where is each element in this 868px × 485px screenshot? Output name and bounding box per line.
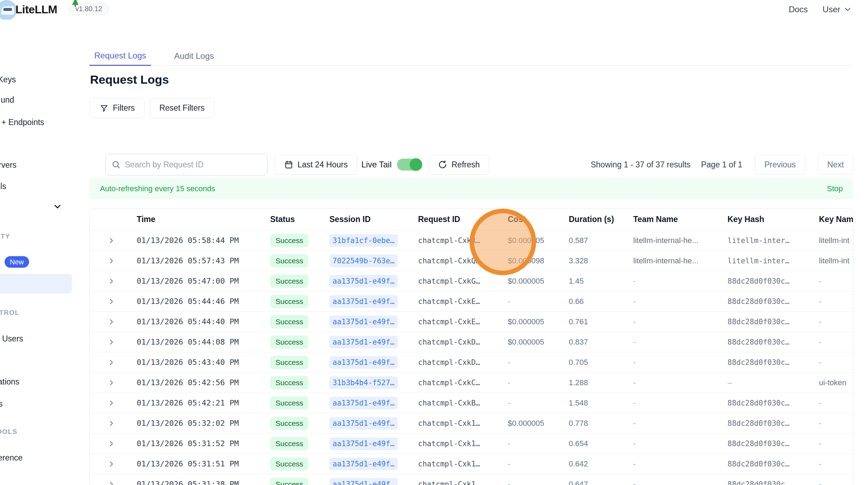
cell-key-name: - [819, 297, 853, 306]
session-id-link[interactable]: aa1375d1-e49f… [329, 356, 398, 369]
user-menu-label: User [822, 5, 840, 14]
cell-duration: 0.778 [569, 419, 633, 428]
cell-request-id: chatcmpl-CxkD… [418, 358, 508, 367]
cell-duration: 0.647 [569, 480, 633, 485]
expand-row-button[interactable] [90, 277, 137, 285]
column-cost: Cost [508, 215, 569, 224]
table-row: 01/13/2026 05:43:40 PM Success aa1375d1-… [90, 352, 853, 373]
sidebar-item[interactable]: Keys [0, 75, 16, 84]
column-time: Time [137, 215, 270, 224]
chevron-right-icon [107, 439, 116, 448]
stop-auto-refresh-link[interactable]: Stop [827, 184, 843, 193]
expand-row-button[interactable] [90, 379, 137, 387]
table-row: 01/13/2026 05:42:21 PM Success aa1375d1-… [90, 393, 853, 413]
status-badge: Success [270, 356, 308, 369]
table-row: 01/13/2026 05:58:44 PM Success 31bfa1cf-… [90, 230, 853, 251]
filters-button[interactable]: Filters [90, 98, 144, 118]
expand-row-button[interactable] [90, 480, 137, 485]
sidebar-item[interactable]: rvers [0, 160, 16, 170]
session-id-link[interactable]: 7022549b-763e… [329, 255, 398, 267]
search-input[interactable] [125, 160, 262, 169]
session-id-link[interactable]: 31bfa1cf-0ebe… [329, 234, 398, 247]
column-key-hash: Key Hash [727, 215, 819, 224]
cell-request-id: chatcmpl-Cxk1… [418, 460, 508, 468]
session-id-link[interactable]: aa1375d1-e49f… [329, 437, 398, 450]
tab-audit-logs[interactable]: Audit Logs [169, 47, 219, 65]
table-header-row: Time Status Session ID Request ID Cost D… [90, 209, 853, 230]
expand-row-button[interactable] [90, 439, 137, 448]
main-content: Request Logs Audit Logs Request Logs Fil… [89, 20, 853, 485]
cell-time: 01/13/2026 05:58:44 PM [137, 236, 270, 245]
session-id-link[interactable]: aa1375d1-e49f… [329, 316, 398, 328]
expand-row-button[interactable] [90, 236, 137, 245]
expand-row-button[interactable] [90, 460, 137, 468]
sidebar-item[interactable]: und [1, 95, 14, 105]
session-id-link[interactable]: aa1375d1-e49f… [329, 336, 398, 348]
cell-time: 01/13/2026 05:42:21 PM [137, 399, 270, 407]
expand-row-button[interactable] [90, 419, 137, 428]
cell-duration: 0.654 [569, 439, 633, 448]
cell-key-hash: 88dc28d0f030c… [727, 399, 819, 407]
refresh-button[interactable]: Refresh [429, 155, 489, 175]
sidebar-item[interactable]: Users [2, 334, 23, 344]
status-badge: Success [270, 396, 308, 410]
expand-row-button[interactable] [90, 338, 137, 346]
cell-time: 01/13/2026 05:31:38 PM [137, 480, 270, 485]
cell-request-id: chatcmpl-CxkQ… [418, 257, 508, 265]
sidebar-item-selected[interactable] [0, 274, 72, 293]
reset-filters-button[interactable]: Reset Filters [150, 98, 214, 118]
expand-row-button[interactable] [90, 318, 137, 326]
cell-key-name: - [819, 277, 853, 286]
cell-cost: $0.000005 [508, 236, 569, 245]
session-id-link[interactable]: aa1375d1-e49f… [329, 275, 398, 287]
expand-row-button[interactable] [90, 297, 137, 306]
refresh-label: Refresh [451, 160, 480, 169]
next-page-button[interactable]: Next [818, 155, 853, 174]
sidebar-item[interactable]: erence [0, 453, 22, 463]
cell-session-id: aa1375d1-e49f… [329, 356, 418, 369]
sidebar-item[interactable]: s [0, 399, 3, 409]
table-row: 01/13/2026 05:44:46 PM Success aa1375d1-… [90, 291, 853, 312]
live-tail-toggle[interactable] [397, 159, 422, 171]
filters-button-label: Filters [113, 103, 135, 113]
cell-duration: 0.761 [569, 317, 633, 326]
sidebar-collapse-chevron-icon[interactable] [53, 202, 62, 212]
search-request-id-box[interactable] [105, 154, 268, 175]
column-session-id: Session ID [329, 215, 418, 224]
time-range-label: Last 24 Hours [298, 160, 348, 169]
sidebar-item[interactable]: ils [0, 182, 6, 191]
status-badge: Success [270, 254, 308, 268]
expand-row-button[interactable] [90, 399, 137, 407]
cell-duration: 1.45 [569, 277, 633, 286]
session-id-link[interactable]: aa1375d1-e49f… [329, 478, 398, 485]
status-badge: Success [270, 478, 308, 485]
cell-cost: $0.000005 [508, 277, 569, 286]
cell-cost: - [508, 297, 569, 306]
time-range-button[interactable]: Last 24 Hours [275, 155, 357, 175]
previous-page-button[interactable]: Previous [755, 155, 805, 174]
user-menu[interactable]: User [822, 5, 852, 14]
session-id-link[interactable]: aa1375d1-e49f… [329, 397, 398, 409]
cell-key-hash: litellm-inter… [727, 257, 819, 265]
cell-request-id: chatcmpl-CxkR… [418, 236, 508, 245]
cell-cost: - [508, 439, 569, 448]
session-id-link[interactable]: aa1375d1-e49f… [329, 458, 398, 470]
cell-key-name: - [819, 439, 853, 448]
session-id-link[interactable]: aa1375d1-e49f… [329, 417, 398, 430]
sidebar-nav: Keysund+ EndpointsrversilsTYNewTROLUsers… [0, 20, 73, 485]
live-tail-label: Live Tail [361, 160, 391, 169]
docs-link[interactable]: Docs [789, 5, 808, 14]
expand-row-button[interactable] [90, 257, 137, 265]
cell-status: Success [270, 396, 329, 410]
sidebar-item[interactable]: + Endpoints [1, 118, 44, 127]
status-badge: Success [270, 376, 308, 389]
chevron-right-icon [107, 379, 116, 387]
session-id-link[interactable]: aa1375d1-e49f… [329, 295, 398, 308]
cell-key-hash: 88dc28d0f030c… [727, 439, 819, 448]
sidebar-item[interactable]: ations [0, 377, 19, 387]
cell-time: 01/13/2026 05:31:52 PM [137, 439, 270, 448]
tab-request-logs[interactable]: Request Logs [89, 47, 151, 66]
session-id-link[interactable]: 31b3b4b4-f527… [329, 376, 398, 389]
expand-row-button[interactable] [90, 358, 137, 367]
cell-status: Success [270, 254, 329, 268]
